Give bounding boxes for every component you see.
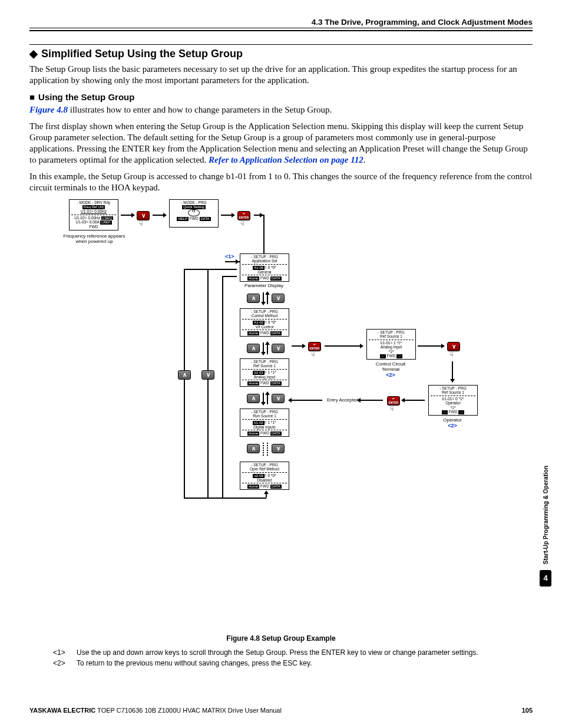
page-footer: YASKAWA ELECTRIC TOEP C710636 10B Z1000U… xyxy=(29,707,533,714)
hand-icon: ☟ xyxy=(390,405,394,413)
lcd-application-sel: - SETUP - PRG Application Sel A1-06= 0 *… xyxy=(240,253,289,282)
arrow-icon xyxy=(266,494,267,498)
note-tag: <1> xyxy=(53,648,77,657)
lcd-ref-source: - SETUP - PRG Ref Source 1 b1-01= 1 *1* … xyxy=(240,358,289,387)
arrow-icon xyxy=(267,295,268,304)
setup-group-diagram: - MODE - DRV Rdy Freq Ref (AI) U1-01= 0.… xyxy=(51,199,511,630)
arrow-icon xyxy=(263,342,264,352)
arrow-icon xyxy=(263,393,264,402)
cross-reference-link[interactable]: Refer to Application Selection on page 1… xyxy=(209,155,363,164)
down-key-icon: ∨ xyxy=(272,294,285,303)
param-display-label: Parameter Display xyxy=(240,283,288,288)
hand-icon: ☟ xyxy=(449,351,454,358)
arrow-icon xyxy=(254,215,260,216)
lcd-control-method: - SETUP - PRG Control Method A1-02= 0 *0… xyxy=(240,308,289,337)
down-key-icon: ∨ xyxy=(201,370,214,380)
note-tag: <2> xyxy=(53,659,77,667)
page-number: 105 xyxy=(522,707,533,714)
footer-text: YASKAWA ELECTRIC TOEP C710636 10B Z1000U… xyxy=(29,707,282,714)
arrow-icon xyxy=(267,395,268,404)
enter-key-icon: ↵ENTER xyxy=(387,396,400,406)
lcd-quick-setting: - MODE - PRG Quick Setting HELP FWD DATA xyxy=(169,199,219,228)
arrow-icon xyxy=(292,400,322,401)
arrow-icon xyxy=(267,345,268,354)
arrow-icon xyxy=(418,345,441,347)
up-key-icon: ∧ xyxy=(247,394,260,403)
note-marker: <1> xyxy=(225,253,234,259)
enter-key-icon: ↵ENTER xyxy=(308,342,321,351)
dotted-line xyxy=(263,443,264,456)
chapter-tab: Start-Up Programming & Operation 4 xyxy=(540,466,551,587)
lcd-oper-ref: - SETUP - PRG Oper Ref Method o2-09= 0 *… xyxy=(240,462,289,490)
subsection-heading: ■Using the Setup Group xyxy=(29,92,533,102)
hand-icon: ☟ xyxy=(240,220,244,228)
arrow-icon xyxy=(405,400,425,401)
arrow-icon xyxy=(263,292,264,302)
hand-icon: ☟ xyxy=(139,220,143,228)
arrow-icon xyxy=(153,215,163,216)
lcd-ref-edit-analog: - SETUP - PRG Ref Source 1 b1-01= 1 *1* … xyxy=(366,329,416,360)
lcd-run-source: - SETUP - PRG Run Source 1 b1-02= 1 *1* … xyxy=(240,409,289,437)
intro-paragraph: The Setup Group lists the basic paramete… xyxy=(29,64,533,86)
arrow-icon xyxy=(292,345,302,347)
ref-edit-sub2: Operator<2> xyxy=(428,417,477,429)
up-key-icon: ∧ xyxy=(178,370,191,380)
arrow-icon xyxy=(221,215,232,216)
paragraph: Figure 4.8 illustrates how to enter and … xyxy=(29,104,533,116)
chapter-tab-label: Start-Up Programming & Operation xyxy=(543,466,549,564)
paragraph: The first display shown when entering th… xyxy=(29,121,533,165)
note-text: Use the up and down arrow keys to scroll… xyxy=(77,648,478,657)
up-key-icon: ∧ xyxy=(247,344,260,353)
up-key-icon: ∧ xyxy=(247,444,260,453)
square-bullet-icon: ■ xyxy=(29,92,35,102)
arrow-icon xyxy=(361,400,383,401)
figure-notes: <1>Use the up and down arrow keys to scr… xyxy=(29,648,533,667)
arrow-icon xyxy=(121,215,131,216)
lcd-freq-sub: Frequency reference appears when powered… xyxy=(62,233,127,244)
arrow-icon xyxy=(452,361,453,379)
diamond-bullet-icon: ◆ xyxy=(29,48,38,60)
figure-caption: Figure 4.8 Setup Group Example xyxy=(29,634,533,643)
down-key-icon: ∨ xyxy=(447,342,460,351)
note-text: To return to the previous menu without s… xyxy=(77,659,312,667)
lcd-ref-edit-operator: - SETUP - PRG Ref Source 1 b1-01= 0 *1* … xyxy=(428,385,478,416)
enter-key-icon: ↵ENTER xyxy=(237,211,250,220)
figure-reference-link[interactable]: Figure 4.8 xyxy=(29,105,68,114)
down-key-icon: ∨ xyxy=(272,394,285,403)
section-heading: ◆Simplified Setup Using the Setup Group xyxy=(29,47,533,60)
dotted-line xyxy=(267,443,268,456)
chapter-number-chip: 4 xyxy=(540,570,551,587)
arrow-icon xyxy=(325,345,360,347)
entry-accepted-label: Entry Accepted xyxy=(327,397,359,403)
down-key-icon: ∨ xyxy=(137,211,150,220)
down-key-icon: ∨ xyxy=(272,444,285,453)
down-key-icon: ∨ xyxy=(272,344,285,353)
ref-edit-sub1: Control Circuit Terminal<2> xyxy=(366,361,415,378)
lcd-frequency-ref: - MODE - DRV Rdy Freq Ref (AI) U1-01= 0.… xyxy=(69,199,118,230)
example-paragraph: In this example, the Setup Group is acce… xyxy=(29,171,533,193)
arrow-icon xyxy=(225,261,236,262)
header-section: 4.3 The Drive, Programming, and Clock Ad… xyxy=(312,18,533,27)
hand-icon: ☟ xyxy=(311,351,315,358)
up-key-icon: ∧ xyxy=(247,294,260,303)
